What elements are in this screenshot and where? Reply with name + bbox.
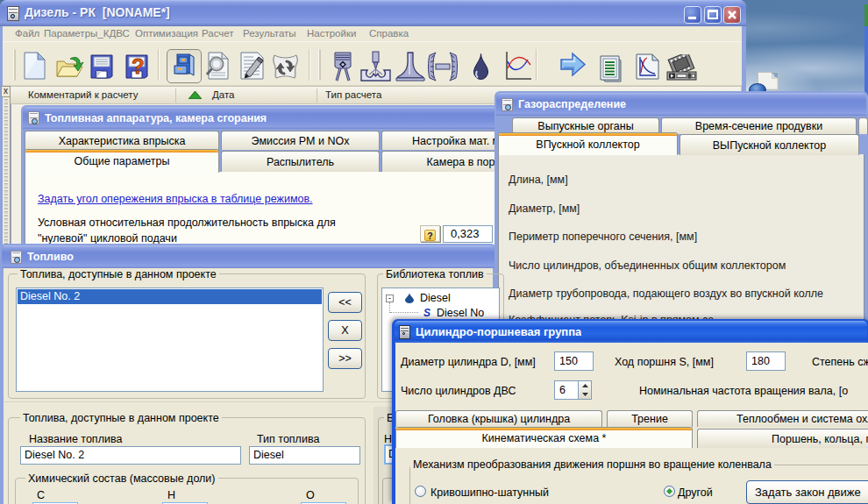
svg-text:?: ? <box>132 54 145 78</box>
